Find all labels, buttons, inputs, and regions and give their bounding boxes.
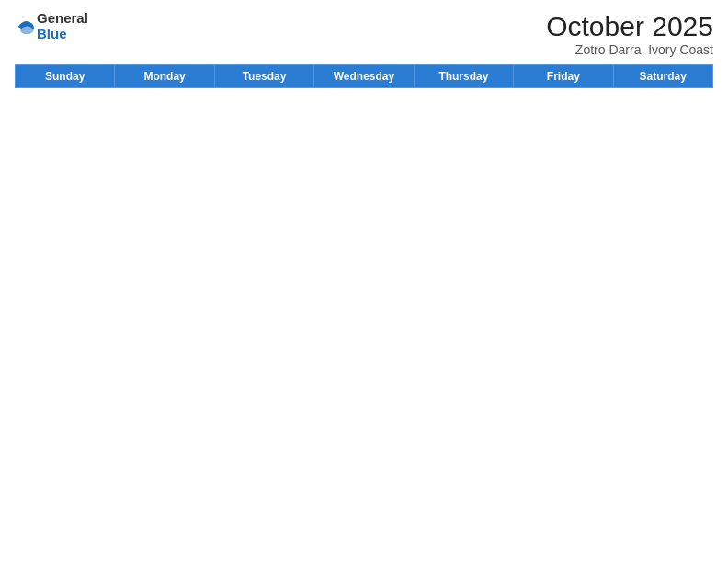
logo: General Blue <box>15 11 88 41</box>
location: Zotro Darra, Ivory Coast <box>546 42 713 57</box>
logo-blue: Blue <box>37 27 88 42</box>
calendar-day-header: Monday <box>115 65 214 88</box>
calendar-day-header: Thursday <box>414 65 513 88</box>
calendar-day-header: Sunday <box>16 65 115 88</box>
calendar-day-header: Saturday <box>613 65 712 88</box>
logo-general: General <box>37 11 88 27</box>
calendar-day-header: Tuesday <box>214 65 313 88</box>
calendar-day-header: Friday <box>514 65 613 88</box>
month-title: October 2025 <box>546 11 713 42</box>
calendar-day-header: Wednesday <box>314 65 414 88</box>
